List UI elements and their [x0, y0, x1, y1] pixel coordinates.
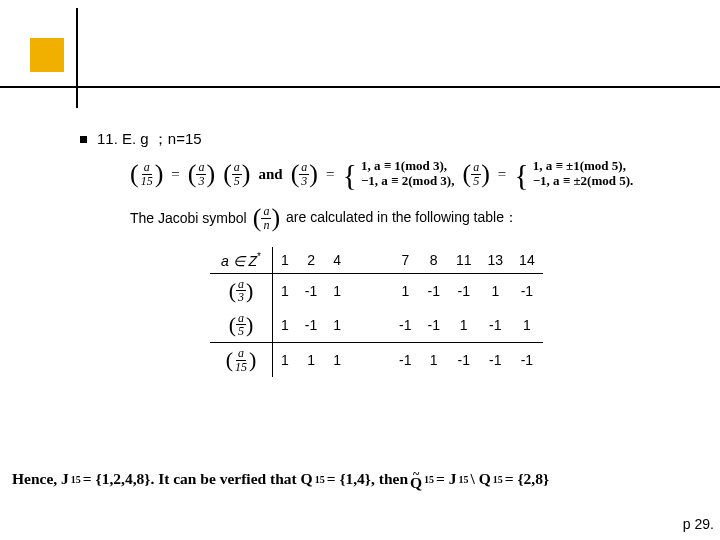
jacobi-post: are calculated in the following table： [286, 209, 518, 227]
col-2: 2 [297, 247, 325, 273]
table-row: (a5) 1-11-1-11-11 [210, 308, 543, 343]
page-footer: p 29. [683, 516, 714, 532]
col-7: 7 [391, 247, 419, 273]
col-4: 4 [325, 247, 349, 273]
jacobi-table: a ∈ Z* 1 2 4 7 8 11 13 14 (a3) 1-111-1-1… [210, 247, 710, 377]
table-row: (a15) 111-11-1-1-1 [210, 343, 543, 378]
col-13: 13 [480, 247, 512, 273]
case5-b: −1, a ≡ ±2(mod 5). [533, 174, 634, 189]
col-14: 14 [511, 247, 543, 273]
and-text: and [259, 166, 283, 183]
case5-a: 1, a ≡ ±1(mod 5), [533, 159, 634, 174]
table-header: a ∈ Z* 1 2 4 7 8 11 13 14 [210, 247, 543, 273]
case3-b: −1, a ≡ 2(mod 3), [361, 174, 455, 189]
bullet-title: 11. E. g ；n=15 [97, 130, 202, 149]
case3-a: 1, a ≡ 1(mod 3), [361, 159, 455, 174]
v-line [76, 8, 78, 108]
hdr-a-in: a ∈ [221, 253, 245, 269]
col-11: 11 [448, 247, 480, 273]
bullet-line: 11. E. g ；n=15 [80, 130, 710, 149]
jacobi-line: The Jacobi symbol (an) are calculated in… [130, 203, 710, 233]
bullet-icon [80, 136, 87, 143]
hence-line: Hence, J15 = {1,2,4,8}. It can be verfie… [12, 470, 712, 488]
formula-line: (a15) = (a3) (a5) and (a3) = { 1, a ≡ 1(… [130, 159, 710, 189]
col-8: 8 [420, 247, 448, 273]
jacobi-pre: The Jacobi symbol [130, 210, 247, 226]
hdr-z: Z [249, 253, 258, 269]
yellow-square [30, 38, 64, 72]
corner-decoration [30, 38, 120, 98]
table-row: (a3) 1-111-1-11-1 [210, 273, 543, 308]
h-line [0, 86, 720, 88]
col-1: 1 [273, 247, 297, 273]
